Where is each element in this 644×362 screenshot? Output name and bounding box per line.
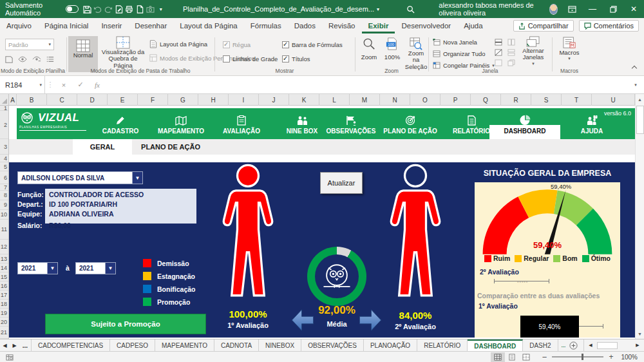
column-header[interactable]: L [319, 94, 350, 106]
column-header[interactable]: G [168, 94, 198, 106]
zoom-in-icon[interactable]: + [609, 352, 613, 361]
view-page-break-icon[interactable] [519, 352, 533, 362]
normal-view-button[interactable]: Normal [68, 36, 98, 72]
sheet-tab-planoacao[interactable]: PLANOAÇÃO [364, 339, 417, 351]
expand-formula-bar-icon[interactable]: ▾ [627, 76, 644, 93]
column-header[interactable]: B [17, 94, 47, 106]
page-edit-icon[interactable] [113, 3, 124, 15]
view-side-by-side-icon[interactable] [507, 39, 515, 46]
nav-dashboard[interactable]: DASHBOARD [495, 108, 555, 139]
row-header[interactable]: 18 [0, 300, 8, 309]
sheet-tab-mapeamento[interactable]: MAPEAMENTO [155, 339, 214, 351]
formula-bar-checkbox[interactable]: Barra de Fórmulas [282, 41, 343, 48]
row-header[interactable]: 19 [0, 309, 8, 318]
formula-input[interactable] [106, 76, 627, 93]
tab-desenhar[interactable]: Desenhar [128, 18, 173, 33]
insert-function-icon[interactable]: fx [89, 76, 106, 93]
column-header[interactable]: N [380, 94, 410, 106]
minimize-button[interactable]: — [582, 0, 603, 18]
redo-icon[interactable] [103, 3, 113, 15]
list-options-icon[interactable] [46, 55, 54, 63]
horizontal-scrollbar[interactable]: ◀ ▶ [583, 339, 644, 351]
title-dropdown-icon[interactable]: ▾ [377, 6, 379, 12]
row-header[interactable]: 12 [0, 240, 8, 254]
subtab-geral[interactable]: GERAL [73, 139, 132, 155]
tab-exibir[interactable]: Exibir [362, 18, 395, 33]
column-header[interactable]: K [289, 94, 319, 106]
row-header[interactable]: 9 [0, 200, 8, 210]
hscroll-right-icon[interactable]: ▶ [631, 343, 644, 348]
sheet-tab-cadcompetencias[interactable]: CADCOMPETENCIAS [31, 339, 110, 351]
tab-arquivo[interactable]: Arquivo [0, 18, 38, 33]
nav-cadastro[interactable]: CADASTRO [90, 108, 151, 139]
nav-plano-de-acao[interactable]: PLANO DE AÇÃO [380, 108, 440, 139]
row-header[interactable]: 3 [0, 139, 8, 155]
row-header[interactable]: 1 [0, 106, 8, 111]
autosave-toggle[interactable] [66, 5, 79, 13]
sheet-tab-cadnota[interactable]: CADNOTA [214, 339, 259, 351]
promotion-status-button[interactable]: Sujeito a Promoção [45, 314, 206, 334]
row-header[interactable]: 5 [0, 162, 8, 171]
row-header[interactable]: 16 [0, 281, 8, 291]
nav-observacoes[interactable]: OBSERVAÇÕES [321, 108, 381, 139]
qat-dropdown-icon[interactable]: ▾ [156, 3, 166, 15]
row-header[interactable]: 21 [0, 327, 8, 339]
column-header[interactable]: J [259, 94, 289, 106]
split-icon[interactable] [495, 39, 502, 46]
row-header[interactable]: 10 [0, 210, 8, 220]
macro-record-icon[interactable] [3, 352, 17, 362]
page-break-preview-button[interactable]: Visualização da Quebra de Página [99, 36, 147, 69]
zoom-slider[interactable] [552, 356, 603, 357]
column-header[interactable]: Q [471, 94, 501, 106]
reset-window-position-icon[interactable] [507, 59, 515, 66]
row-header[interactable]: 6 [0, 171, 8, 184]
sheet-tab-dashboard[interactable]: DASHBOARD [468, 339, 523, 351]
zoom-button[interactable]: Zoom [358, 37, 380, 61]
subtab-plano-de-acao[interactable]: PLANO DE AÇÃO [135, 139, 206, 155]
close-button[interactable]: ✕ [623, 0, 644, 18]
eye-icon[interactable] [18, 55, 27, 63]
zoom-to-selection-button[interactable]: Zoom na Seleção [404, 37, 428, 70]
page-layout-view-button[interactable]: Layout da Página [149, 40, 207, 48]
column-header[interactable]: A [9, 94, 17, 106]
share-button[interactable]: Compartilhar [513, 20, 574, 32]
tab-ajuda[interactable]: Ajuda [457, 18, 489, 33]
zoom-100-button[interactable]: 100 100% [381, 37, 403, 61]
sheet-tab-observacoes[interactable]: OBSERVAÇÕES [301, 339, 364, 351]
eye-options-icon[interactable] [32, 55, 41, 63]
zoom-slider-thumb[interactable] [582, 354, 583, 360]
row-header[interactable]: 20 [0, 318, 8, 327]
row-header[interactable]: 4 [0, 155, 8, 162]
camera-icon[interactable] [145, 3, 155, 15]
nav-ajuda[interactable]: ? AJUDA [562, 108, 622, 139]
sheet-nav-right-icon[interactable]: ▶ [10, 339, 19, 351]
ruler-checkbox[interactable]: Régua [223, 41, 251, 48]
enter-icon[interactable]: ✓ [72, 76, 89, 93]
view-page-layout-icon[interactable] [505, 352, 519, 362]
column-header[interactable]: F [138, 94, 168, 106]
quick-print-icon[interactable] [124, 3, 135, 15]
year-from-select[interactable]: 2021 ▼ [17, 262, 58, 274]
row-header[interactable]: 11 [0, 220, 8, 240]
sheet-tab-cadpeso[interactable]: CADPESO [110, 339, 155, 351]
view-normal-icon[interactable] [491, 352, 505, 362]
collapse-ribbon-icon[interactable] [632, 64, 636, 71]
sheet-tab-dash2[interactable]: DASH2 [523, 339, 558, 351]
gridlines-checkbox[interactable]: Linhas de Grade [223, 55, 278, 62]
column-header[interactable]: T [562, 94, 592, 106]
row-header[interactable]: 2 [0, 111, 8, 139]
row-header[interactable]: 17 [0, 291, 8, 300]
column-header[interactable]: H [198, 94, 229, 106]
comments-button[interactable]: Comentários [579, 20, 639, 32]
horizontal-scroll-thumb[interactable] [597, 342, 618, 349]
zoom-out-icon[interactable]: − [542, 352, 547, 362]
tab-revisao[interactable]: Revisão [322, 18, 362, 33]
tab-layout-da-pagina[interactable]: Layout da Página [173, 18, 244, 33]
tab-pagina-inicial[interactable]: Página Inicial [38, 18, 95, 33]
hscroll-left-icon[interactable]: ◀ [584, 343, 597, 348]
nav-mapeamento[interactable]: MAPEAMENTO [151, 108, 211, 139]
sheet-overflow-left[interactable]: ... [19, 339, 31, 351]
row-header[interactable]: 15 [0, 272, 8, 281]
column-header[interactable]: R [501, 94, 531, 106]
switch-windows-button[interactable]: Alternar Janelas▾ [518, 36, 549, 66]
